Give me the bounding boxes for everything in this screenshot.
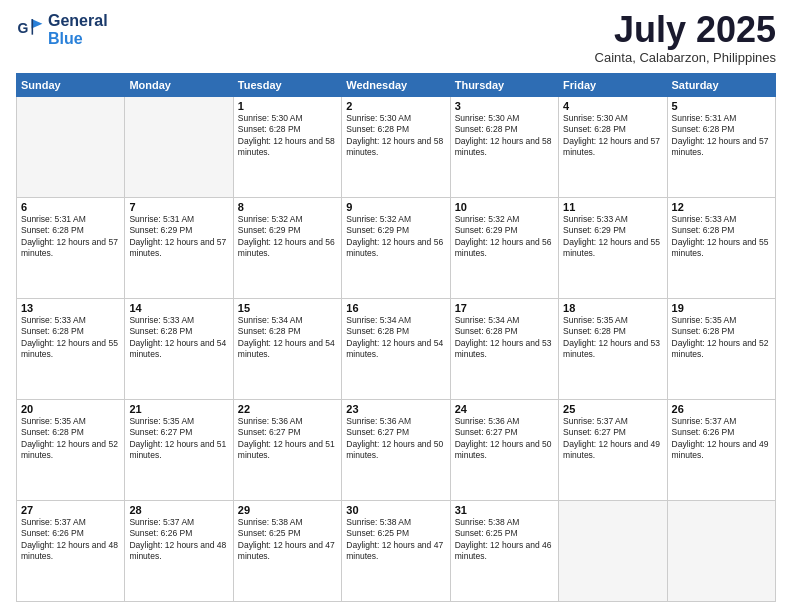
cell-info: Sunrise: 5:37 AMSunset: 6:26 PMDaylight:… (129, 517, 228, 563)
cell-info: Sunrise: 5:31 AMSunset: 6:29 PMDaylight:… (129, 214, 228, 260)
day-number: 6 (21, 201, 120, 213)
cell-info: Sunrise: 5:37 AMSunset: 6:26 PMDaylight:… (672, 416, 771, 462)
calendar-cell (125, 97, 233, 198)
day-number: 19 (672, 302, 771, 314)
calendar-cell: 3Sunrise: 5:30 AMSunset: 6:28 PMDaylight… (450, 97, 558, 198)
day-number: 1 (238, 100, 337, 112)
day-number: 22 (238, 403, 337, 415)
calendar-cell: 24Sunrise: 5:36 AMSunset: 6:27 PMDayligh… (450, 400, 558, 501)
col-header-tuesday: Tuesday (233, 74, 341, 97)
day-number: 5 (672, 100, 771, 112)
cell-info: Sunrise: 5:36 AMSunset: 6:27 PMDaylight:… (455, 416, 554, 462)
cell-info: Sunrise: 5:37 AMSunset: 6:26 PMDaylight:… (21, 517, 120, 563)
day-number: 18 (563, 302, 662, 314)
calendar-cell: 29Sunrise: 5:38 AMSunset: 6:25 PMDayligh… (233, 501, 341, 602)
cell-info: Sunrise: 5:32 AMSunset: 6:29 PMDaylight:… (346, 214, 445, 260)
logo: G General Blue (16, 12, 108, 47)
calendar-cell (559, 501, 667, 602)
col-header-thursday: Thursday (450, 74, 558, 97)
day-number: 13 (21, 302, 120, 314)
calendar-cell (667, 501, 775, 602)
cell-info: Sunrise: 5:35 AMSunset: 6:27 PMDaylight:… (129, 416, 228, 462)
cell-info: Sunrise: 5:35 AMSunset: 6:28 PMDaylight:… (21, 416, 120, 462)
calendar-cell: 17Sunrise: 5:34 AMSunset: 6:28 PMDayligh… (450, 299, 558, 400)
cell-info: Sunrise: 5:33 AMSunset: 6:29 PMDaylight:… (563, 214, 662, 260)
cell-info: Sunrise: 5:38 AMSunset: 6:25 PMDaylight:… (455, 517, 554, 563)
calendar-cell: 18Sunrise: 5:35 AMSunset: 6:28 PMDayligh… (559, 299, 667, 400)
day-number: 12 (672, 201, 771, 213)
calendar-cell: 23Sunrise: 5:36 AMSunset: 6:27 PMDayligh… (342, 400, 450, 501)
cell-info: Sunrise: 5:30 AMSunset: 6:28 PMDaylight:… (346, 113, 445, 159)
cell-info: Sunrise: 5:34 AMSunset: 6:28 PMDaylight:… (455, 315, 554, 361)
svg-text:G: G (18, 20, 29, 36)
cell-info: Sunrise: 5:34 AMSunset: 6:28 PMDaylight:… (238, 315, 337, 361)
cell-info: Sunrise: 5:38 AMSunset: 6:25 PMDaylight:… (238, 517, 337, 563)
calendar-table: SundayMondayTuesdayWednesdayThursdayFrid… (16, 73, 776, 602)
calendar-cell: 14Sunrise: 5:33 AMSunset: 6:28 PMDayligh… (125, 299, 233, 400)
calendar-cell: 6Sunrise: 5:31 AMSunset: 6:28 PMDaylight… (17, 198, 125, 299)
cell-info: Sunrise: 5:33 AMSunset: 6:28 PMDaylight:… (129, 315, 228, 361)
calendar-cell: 19Sunrise: 5:35 AMSunset: 6:28 PMDayligh… (667, 299, 775, 400)
week-row-2: 6Sunrise: 5:31 AMSunset: 6:28 PMDaylight… (17, 198, 776, 299)
logo-text-blue: Blue (48, 30, 108, 48)
day-number: 28 (129, 504, 228, 516)
day-number: 24 (455, 403, 554, 415)
day-number: 30 (346, 504, 445, 516)
cell-info: Sunrise: 5:37 AMSunset: 6:27 PMDaylight:… (563, 416, 662, 462)
subtitle: Cainta, Calabarzon, Philippines (595, 50, 776, 65)
calendar-cell: 10Sunrise: 5:32 AMSunset: 6:29 PMDayligh… (450, 198, 558, 299)
day-number: 3 (455, 100, 554, 112)
calendar-cell: 21Sunrise: 5:35 AMSunset: 6:27 PMDayligh… (125, 400, 233, 501)
calendar-cell: 9Sunrise: 5:32 AMSunset: 6:29 PMDaylight… (342, 198, 450, 299)
day-number: 26 (672, 403, 771, 415)
day-number: 29 (238, 504, 337, 516)
cell-info: Sunrise: 5:35 AMSunset: 6:28 PMDaylight:… (563, 315, 662, 361)
calendar-header-row: SundayMondayTuesdayWednesdayThursdayFrid… (17, 74, 776, 97)
cell-info: Sunrise: 5:36 AMSunset: 6:27 PMDaylight:… (346, 416, 445, 462)
cell-info: Sunrise: 5:31 AMSunset: 6:28 PMDaylight:… (672, 113, 771, 159)
calendar-cell: 26Sunrise: 5:37 AMSunset: 6:26 PMDayligh… (667, 400, 775, 501)
cell-info: Sunrise: 5:36 AMSunset: 6:27 PMDaylight:… (238, 416, 337, 462)
calendar-cell: 20Sunrise: 5:35 AMSunset: 6:28 PMDayligh… (17, 400, 125, 501)
calendar-cell: 25Sunrise: 5:37 AMSunset: 6:27 PMDayligh… (559, 400, 667, 501)
col-header-friday: Friday (559, 74, 667, 97)
calendar-cell (17, 97, 125, 198)
svg-rect-3 (32, 19, 34, 35)
cell-info: Sunrise: 5:30 AMSunset: 6:28 PMDaylight:… (563, 113, 662, 159)
day-number: 10 (455, 201, 554, 213)
cell-info: Sunrise: 5:38 AMSunset: 6:25 PMDaylight:… (346, 517, 445, 563)
day-number: 11 (563, 201, 662, 213)
cell-info: Sunrise: 5:30 AMSunset: 6:28 PMDaylight:… (238, 113, 337, 159)
calendar-cell: 30Sunrise: 5:38 AMSunset: 6:25 PMDayligh… (342, 501, 450, 602)
day-number: 27 (21, 504, 120, 516)
day-number: 14 (129, 302, 228, 314)
week-row-5: 27Sunrise: 5:37 AMSunset: 6:26 PMDayligh… (17, 501, 776, 602)
page: G General Blue July 2025 Cainta, Calabar… (0, 0, 792, 612)
day-number: 2 (346, 100, 445, 112)
day-number: 20 (21, 403, 120, 415)
day-number: 23 (346, 403, 445, 415)
col-header-sunday: Sunday (17, 74, 125, 97)
calendar-cell: 15Sunrise: 5:34 AMSunset: 6:28 PMDayligh… (233, 299, 341, 400)
day-number: 7 (129, 201, 228, 213)
cell-info: Sunrise: 5:34 AMSunset: 6:28 PMDaylight:… (346, 315, 445, 361)
header: G General Blue July 2025 Cainta, Calabar… (16, 12, 776, 65)
week-row-3: 13Sunrise: 5:33 AMSunset: 6:28 PMDayligh… (17, 299, 776, 400)
cell-info: Sunrise: 5:33 AMSunset: 6:28 PMDaylight:… (21, 315, 120, 361)
col-header-saturday: Saturday (667, 74, 775, 97)
calendar-cell: 28Sunrise: 5:37 AMSunset: 6:26 PMDayligh… (125, 501, 233, 602)
day-number: 4 (563, 100, 662, 112)
cell-info: Sunrise: 5:32 AMSunset: 6:29 PMDaylight:… (238, 214, 337, 260)
day-number: 9 (346, 201, 445, 213)
calendar-cell: 16Sunrise: 5:34 AMSunset: 6:28 PMDayligh… (342, 299, 450, 400)
calendar-cell: 2Sunrise: 5:30 AMSunset: 6:28 PMDaylight… (342, 97, 450, 198)
col-header-wednesday: Wednesday (342, 74, 450, 97)
cell-info: Sunrise: 5:32 AMSunset: 6:29 PMDaylight:… (455, 214, 554, 260)
day-number: 8 (238, 201, 337, 213)
week-row-4: 20Sunrise: 5:35 AMSunset: 6:28 PMDayligh… (17, 400, 776, 501)
calendar-cell: 27Sunrise: 5:37 AMSunset: 6:26 PMDayligh… (17, 501, 125, 602)
week-row-1: 1Sunrise: 5:30 AMSunset: 6:28 PMDaylight… (17, 97, 776, 198)
cell-info: Sunrise: 5:31 AMSunset: 6:28 PMDaylight:… (21, 214, 120, 260)
calendar-cell: 7Sunrise: 5:31 AMSunset: 6:29 PMDaylight… (125, 198, 233, 299)
calendar-cell: 31Sunrise: 5:38 AMSunset: 6:25 PMDayligh… (450, 501, 558, 602)
